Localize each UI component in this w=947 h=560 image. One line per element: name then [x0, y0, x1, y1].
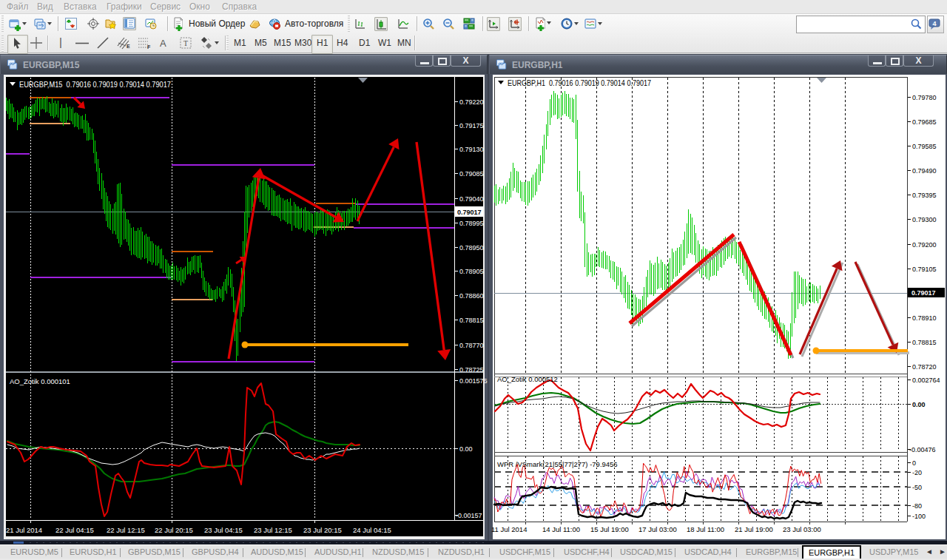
svg-text:0.79105: 0.79105	[912, 266, 937, 273]
svg-text:0.78725: 0.78725	[459, 366, 484, 374]
svg-text:0.78860: 0.78860	[459, 292, 484, 300]
svg-text:EURGBP,H1 0.79016 0.79019 0.7: EURGBP,H1 0.79016 0.79019 0.79014 0.7901…	[508, 79, 651, 87]
svg-text:AO_Zotik 0.000101: AO_Zotik 0.000101	[10, 377, 70, 385]
svg-text:F: F	[147, 44, 151, 50]
svg-text:-80: -80	[912, 502, 922, 510]
svg-text:23 Jul 20:15: 23 Jul 20:15	[303, 526, 342, 534]
svg-text:-0.00157: -0.00157	[456, 512, 482, 519]
svg-text:-50: -50	[912, 484, 922, 491]
svg-text:0: 0	[912, 459, 916, 467]
svg-text:18 Jul 11:00: 18 Jul 11:00	[687, 525, 724, 533]
svg-text:17 Jul 03:00: 17 Jul 03:00	[638, 525, 677, 533]
svg-text:0.78995: 0.78995	[459, 220, 484, 227]
svg-text:22 Jul 04:15: 22 Jul 04:15	[55, 526, 94, 534]
svg-text:-100: -100	[912, 513, 926, 520]
svg-text:21 Jul 2014: 21 Jul 2014	[6, 526, 42, 534]
svg-text:0.79395: 0.79395	[912, 192, 937, 199]
svg-text:22 Jul 12:15: 22 Jul 12:15	[107, 526, 145, 534]
svg-text:0.79490: 0.79490	[912, 167, 937, 175]
svg-text:23 Jul 04:15: 23 Jul 04:15	[204, 526, 243, 534]
svg-text:0.00: 0.00	[459, 445, 473, 453]
svg-text:23 Jul 12:15: 23 Jul 12:15	[254, 526, 292, 534]
svg-text:0.002764: 0.002764	[912, 377, 940, 384]
svg-text:-0.00476: -0.00476	[909, 446, 936, 453]
svg-text:0.79300: 0.79300	[912, 216, 937, 223]
svg-text:0.79220: 0.79220	[459, 98, 484, 106]
svg-text:14 Jul 11:00: 14 Jul 11:00	[542, 525, 580, 533]
svg-text:WPR /VSmark(21|55|77|277) -79.: WPR /VSmark(21|55|77|277) -79.9456	[497, 460, 618, 468]
svg-text:0.79085: 0.79085	[459, 170, 484, 178]
svg-text:0.79585: 0.79585	[912, 143, 937, 150]
svg-text:0.79017: 0.79017	[457, 209, 482, 216]
svg-text:11 Jul 2014: 11 Jul 2014	[491, 525, 527, 533]
svg-text:AO_Zotik 0.000512: AO_Zotik 0.000512	[497, 375, 558, 383]
svg-text:0.78910: 0.78910	[912, 314, 937, 322]
svg-text:22 Jul 20:15: 22 Jul 20:15	[155, 526, 193, 534]
svg-text:0.79175: 0.79175	[459, 122, 484, 129]
svg-text:EURGBP,M15 0.79016 0.79019 0.: EURGBP,M15 0.79016 0.79019 0.79014 0.790…	[19, 81, 171, 89]
svg-text:0.78905: 0.78905	[459, 268, 484, 275]
svg-text:0.78770: 0.78770	[459, 342, 484, 349]
svg-text:0.78815: 0.78815	[459, 317, 484, 324]
svg-text:0.78815: 0.78815	[912, 339, 937, 346]
svg-text:0.79780: 0.79780	[912, 94, 937, 101]
svg-text:21 Jul 19:00: 21 Jul 19:00	[735, 525, 773, 533]
svg-text:24 Jul 04:15: 24 Jul 04:15	[353, 526, 391, 534]
svg-text:-20: -20	[912, 469, 922, 476]
svg-text:0.79685: 0.79685	[912, 118, 937, 126]
svg-text:T: T	[183, 39, 188, 47]
svg-text:0.001576: 0.001576	[459, 377, 488, 385]
svg-text:E: E	[127, 44, 130, 49]
svg-text:0.79200: 0.79200	[912, 241, 937, 249]
svg-text:0.79130: 0.79130	[459, 146, 484, 153]
svg-text:23 Jul 03:00: 23 Jul 03:00	[783, 525, 821, 533]
svg-text:0.00: 0.00	[912, 401, 926, 408]
svg-text:15 Jul 19:00: 15 Jul 19:00	[590, 525, 629, 533]
svg-text:0.78950: 0.78950	[459, 244, 484, 252]
svg-text:4: 4	[932, 20, 936, 27]
svg-text:0.79040: 0.79040	[459, 195, 484, 203]
svg-text:0.79017: 0.79017	[911, 289, 936, 297]
svg-text:0.78720: 0.78720	[912, 363, 937, 371]
